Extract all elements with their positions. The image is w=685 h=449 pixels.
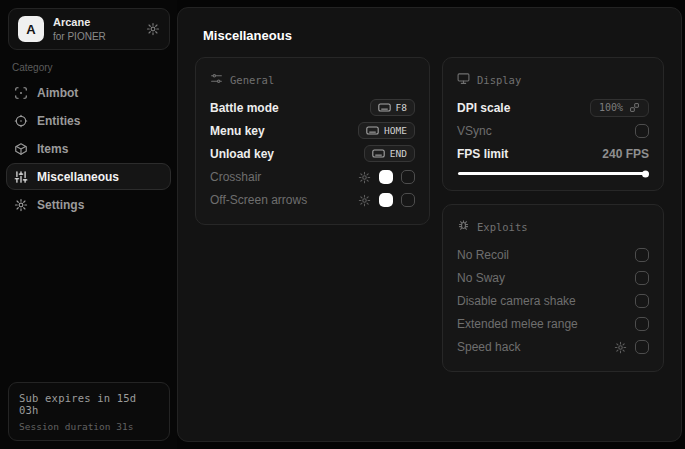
- gear-icon: [14, 198, 28, 212]
- setting-label: Unload key: [210, 147, 274, 161]
- keybind-unload-key[interactable]: END: [364, 145, 415, 162]
- setting-row-extended-melee-range: Extended melee range: [457, 312, 649, 335]
- setting-label: VSync: [457, 124, 492, 138]
- setting-label: No Sway: [457, 271, 505, 285]
- setting-row-no-sway: No Sway: [457, 266, 649, 289]
- setting-row-offscreen-arrows: Off-Screen arrows: [210, 188, 415, 211]
- app-name: Arcane: [53, 16, 106, 29]
- setting-label: Extended melee range: [457, 317, 578, 331]
- extended-melee-range-checkbox[interactable]: [635, 317, 649, 331]
- sidebar-item-items[interactable]: Items: [6, 135, 171, 162]
- sidebar-item-label: Entities: [37, 114, 80, 128]
- setting-row-dpi-scale: DPI scale 100%: [457, 96, 649, 119]
- setting-label: DPI scale: [457, 101, 510, 115]
- setting-row-battle-mode: Battle mode F8: [210, 96, 415, 119]
- gear-icon[interactable]: [358, 193, 371, 206]
- category-label: Category: [12, 62, 165, 73]
- setting-row-unload-key: Unload key END: [210, 142, 415, 165]
- sidebar: A Arcane for PIONER Category Aimbot: [0, 0, 177, 449]
- exploits-card: Exploits No Recoil No Sway Disable camer…: [442, 204, 664, 372]
- speed-hack-checkbox[interactable]: [635, 340, 649, 354]
- exploits-card-header: Exploits: [457, 219, 649, 234]
- setting-label: FPS limit: [457, 147, 508, 161]
- sidebar-item-label: Aimbot: [37, 86, 78, 100]
- setting-row-crosshair: Crosshair: [210, 165, 415, 188]
- setting-label: Speed hack: [457, 340, 520, 354]
- sidebar-item-entities[interactable]: Entities: [6, 107, 171, 134]
- offscreen-arrows-checkbox[interactable]: [401, 193, 415, 207]
- sidebar-item-label: Settings: [37, 198, 84, 212]
- setting-label: Menu key: [210, 124, 265, 138]
- fps-limit-slider[interactable]: [458, 172, 648, 175]
- vsync-checkbox[interactable]: [635, 124, 649, 138]
- app-subtitle: for PIONER: [53, 31, 106, 42]
- setting-label: No Recoil: [457, 248, 509, 262]
- app-logo: A: [18, 16, 44, 42]
- crosshair-scan-icon: [14, 86, 28, 100]
- keyboard-icon: [372, 149, 385, 158]
- radar-icon: [14, 114, 28, 128]
- setting-row-menu-key: Menu key HOME: [210, 119, 415, 142]
- list-settings-icon: [210, 72, 223, 87]
- sidebar-item-aimbot[interactable]: Aimbot: [6, 79, 171, 106]
- general-card-header: General: [210, 72, 415, 87]
- setting-label: Battle mode: [210, 101, 279, 115]
- color-swatch[interactable]: [379, 170, 393, 184]
- keybind-menu-key[interactable]: HOME: [358, 122, 415, 139]
- setting-row-disable-camera-shake: Disable camera shake: [457, 289, 649, 312]
- sidebar-item-label: Miscellaneous: [37, 170, 119, 184]
- sliders-icon: [14, 170, 28, 184]
- no-sway-checkbox[interactable]: [635, 271, 649, 285]
- fps-limit-value: 240 FPS: [602, 147, 649, 161]
- setting-label: Disable camera shake: [457, 294, 576, 308]
- disable-camera-shake-checkbox[interactable]: [635, 294, 649, 308]
- app-header: A Arcane for PIONER: [8, 8, 170, 50]
- gear-icon[interactable]: [614, 340, 627, 353]
- scale-icon: [629, 102, 640, 113]
- session-duration-text: Session duration 31s: [19, 421, 159, 432]
- gear-icon[interactable]: [146, 22, 160, 36]
- setting-row-speed-hack: Speed hack: [457, 335, 649, 358]
- setting-row-no-recoil: No Recoil: [457, 243, 649, 266]
- setting-row-vsync: VSync: [457, 119, 649, 142]
- sidebar-item-miscellaneous[interactable]: Miscellaneous: [6, 163, 171, 190]
- sidebar-item-settings[interactable]: Settings: [6, 191, 171, 218]
- setting-row-fps-limit: FPS limit 240 FPS: [457, 142, 649, 165]
- keybind-battle-mode[interactable]: F8: [370, 99, 415, 116]
- gear-icon[interactable]: [358, 170, 371, 183]
- bug-icon: [457, 219, 470, 234]
- main-panel: Miscellaneous General Battle mode: [177, 7, 682, 442]
- keyboard-icon: [366, 126, 379, 135]
- fps-slider-knob[interactable]: [642, 170, 649, 177]
- crosshair-checkbox[interactable]: [401, 170, 415, 184]
- keyboard-icon: [378, 103, 391, 112]
- package-icon: [14, 142, 28, 156]
- fps-slider-fill: [458, 172, 648, 175]
- general-card: General Battle mode F8 Menu key: [195, 57, 430, 225]
- color-swatch[interactable]: [379, 193, 393, 207]
- monitor-icon: [457, 72, 470, 87]
- subscription-info: Sub expires in 15d 03h Session duration …: [8, 382, 170, 441]
- sub-expiry-text: Sub expires in 15d 03h: [19, 392, 159, 416]
- page-title: Miscellaneous: [203, 28, 656, 43]
- display-card: Display DPI scale 100% VSync: [442, 57, 664, 191]
- no-recoil-checkbox[interactable]: [635, 248, 649, 262]
- sidebar-item-label: Items: [37, 142, 68, 156]
- setting-label: Crosshair: [210, 170, 261, 184]
- display-card-header: Display: [457, 72, 649, 87]
- setting-label: Off-Screen arrows: [210, 193, 307, 207]
- dpi-scale-select[interactable]: 100%: [590, 99, 649, 117]
